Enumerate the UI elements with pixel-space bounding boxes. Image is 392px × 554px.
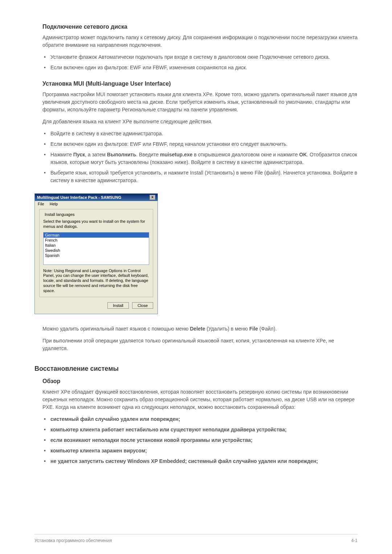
bullets-restore: системный файл случайно удален или повре… — [42, 415, 358, 465]
section-network-drive: Подключение сетевого диска Администратор… — [42, 24, 358, 71]
bullets-mui: Войдите в систему в качестве администрат… — [42, 130, 358, 184]
heading-mui: Установка MUI (Multi-language User Inter… — [42, 81, 358, 87]
page-footer: Установка программного обеспечения 4-1 — [34, 534, 358, 543]
list-item: если возникают неполадки после установки… — [42, 436, 358, 444]
list-item: компьютер клиента заражен вирусом; — [42, 447, 358, 455]
heading-system-restore: Восстановление системы — [34, 365, 358, 373]
menu-help[interactable]: Help — [50, 202, 58, 206]
restore-intro: Клиент XPe обладает функцией восстановле… — [42, 388, 358, 411]
footer-right: 4-1 — [351, 538, 358, 543]
footer-left: Установка программного обеспечения — [34, 538, 112, 543]
after-dialog-p1: Можно удалить оригинальный пакет языков … — [42, 325, 358, 333]
after-dialog-block: Можно удалить оригинальный пакет языков … — [42, 325, 358, 352]
dialog-body: Install languages Select the languages y… — [35, 207, 158, 314]
heading-network-drive: Подключение сетевого диска — [42, 24, 358, 30]
after-dialog-p2: При выполнении этой операции удаляется т… — [42, 337, 358, 352]
list-item: Если включен один из фильтров: EWF или F… — [42, 140, 358, 148]
list-item: системный файл случайно удален или повре… — [42, 415, 358, 423]
close-button[interactable]: Close — [132, 302, 153, 309]
list-item[interactable]: Spanish — [44, 253, 149, 258]
mui-p1: Программа настройки MUI помогает установ… — [42, 91, 358, 114]
mui-p2: Для добавления языка на клиент XPe выпол… — [42, 118, 358, 126]
intro-network-drive: Администратор может подключить папку к с… — [42, 34, 358, 49]
list-item: Выберите язык, который требуется установ… — [42, 169, 358, 184]
list-item[interactable]: French — [44, 238, 149, 243]
list-item: Если включен один из фильтров: EWF или F… — [42, 64, 358, 71]
fieldset-desc: Select the languages you want to install… — [43, 219, 149, 229]
list-item: Установите флажок Автоматически подключа… — [42, 53, 358, 61]
list-item: Нажмите Пуск, а затем Выполнить. Введите… — [42, 151, 358, 166]
list-item[interactable]: Italian — [44, 243, 149, 248]
list-item: Войдите в систему в качестве администрат… — [42, 130, 358, 138]
fieldset-note: Note: Using Regional and Language Option… — [43, 268, 149, 294]
list-item[interactable]: German — [44, 233, 149, 238]
close-icon[interactable]: × — [150, 195, 155, 200]
list-item: компьютер клиента работает нестабильно и… — [42, 426, 358, 434]
dialog-menubar: File Help — [35, 201, 158, 207]
section-mui: Установка MUI (Multi-language User Inter… — [42, 81, 358, 184]
heading-overview: Обзор — [42, 378, 358, 385]
list-item[interactable]: Swedish — [44, 248, 149, 253]
fieldset-label: Install languages — [43, 212, 76, 217]
language-listbox[interactable]: German French Italian Swedish Spanish — [43, 232, 149, 265]
menu-file[interactable]: File — [38, 202, 44, 206]
list-item: не удается запустить систему Windows XP … — [42, 457, 358, 465]
install-button[interactable]: Install — [107, 302, 129, 309]
dialog-title: Multilingual User Interface Pack - SAMSU… — [37, 195, 121, 200]
bullets-network-drive: Установите флажок Автоматически подключа… — [42, 53, 358, 71]
section-restore: Обзор Клиент XPe обладает функцией восст… — [42, 378, 358, 465]
dialog-titlebar: Multilingual User Interface Pack - SAMSU… — [35, 194, 158, 201]
mui-dialog: Multilingual User Interface Pack - SAMSU… — [34, 193, 158, 314]
install-languages-fieldset: Install languages Select the languages y… — [39, 209, 153, 297]
dialog-buttons: Install Close — [39, 300, 153, 309]
